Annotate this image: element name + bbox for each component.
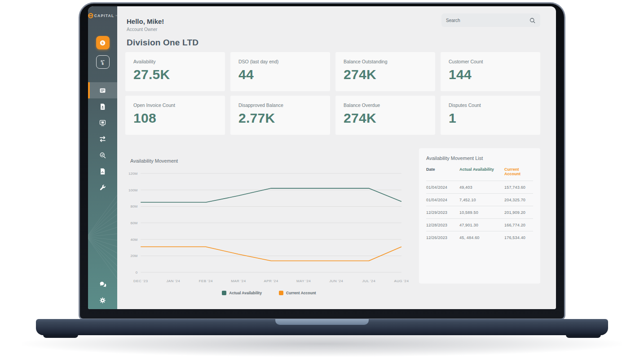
svg-text:JUL '24: JUL '24 <box>362 279 376 283</box>
svg-text:AUG '24: AUG '24 <box>394 279 409 283</box>
document-person-icon <box>98 102 107 111</box>
svg-text:JUN '24: JUN '24 <box>329 279 343 283</box>
user-role: Account Owner <box>127 27 164 32</box>
svg-text:$: $ <box>101 62 104 66</box>
list-cell: 01/04/2024 <box>426 185 459 190</box>
ecapital-logo-icon <box>88 13 93 18</box>
stat-card: Customer Count144 <box>441 52 540 91</box>
svg-text:20M: 20M <box>131 254 138 258</box>
stat-card: DSO (last day end)44 <box>230 52 330 91</box>
svg-text:100M: 100M <box>128 188 137 192</box>
svg-text:APR '24: APR '24 <box>264 279 278 283</box>
svg-text:MAY '24: MAY '24 <box>296 279 311 283</box>
fan-lines-decoration <box>88 191 117 287</box>
list-row: 01/04/202449,403157,743.60 <box>426 181 533 193</box>
list-icon <box>98 86 107 95</box>
greeting-block: Hello, Mike! Account Owner <box>127 18 164 32</box>
stat-label: Customer Count <box>449 59 532 64</box>
stats-grid: Availability27.5KDSO (last day end)44Bal… <box>125 52 540 135</box>
swap-arrows-icon <box>98 135 107 143</box>
svg-text:120M: 120M <box>128 172 137 176</box>
legend-label: Actual Availability <box>229 291 262 295</box>
svg-text:FEB '24: FEB '24 <box>199 279 213 283</box>
list-cell: 47,901.30 <box>459 223 504 227</box>
availability-movement-chart: Availability Movement 120M100M80M60M40M2… <box>125 148 413 295</box>
laptop-base <box>36 319 608 335</box>
sidebar-item-audit[interactable] <box>88 147 117 163</box>
svg-text:40M: 40M <box>131 238 138 242</box>
chart-legend: Actual AvailabilityCurrent Account <box>125 291 413 295</box>
svg-text:JAN '24: JAN '24 <box>166 279 180 283</box>
list-cell: 204,325.70 <box>504 198 533 202</box>
list-cell: 12/28/2023 <box>426 223 459 227</box>
list-cell: 01/04/2024 <box>426 198 459 202</box>
stat-label: Open Invoice Count <box>133 102 217 108</box>
list-title: Availability Movement List <box>426 155 533 161</box>
column-header-current-account: Current Account <box>504 167 533 176</box>
gear-icon <box>98 296 107 305</box>
stat-label: Availability <box>133 59 217 64</box>
stat-card: Availability27.5K <box>125 52 225 91</box>
sidebar-item-invoices[interactable]: $ <box>96 55 110 69</box>
sidebar-nav: $$ <box>88 36 117 195</box>
stat-value: 44 <box>238 67 322 82</box>
dashboard-screen: CAPITAL ™ $$ Hello, Mike! Account Owner <box>88 6 556 309</box>
stat-card: Balance Overdue274K <box>335 96 435 135</box>
stat-value: 2.77K <box>238 111 322 126</box>
invoice-icon: $ <box>98 58 107 66</box>
sidebar-item-transfers[interactable] <box>88 131 117 147</box>
topbar: Hello, Mike! Account Owner <box>125 13 540 32</box>
logo-trademark: ™ <box>115 14 117 17</box>
sidebar-item-summary[interactable] <box>88 82 117 98</box>
stat-value: 108 <box>133 111 217 126</box>
list-cell: 45, 484.60 <box>459 235 504 240</box>
svg-text:80M: 80M <box>131 204 138 208</box>
sidebar-item-tools[interactable] <box>88 179 117 195</box>
stat-value: 27.5K <box>133 67 217 82</box>
list-cell: 176,534.40 <box>504 235 533 240</box>
chart-plot-area: 120M100M80M60M40M20M0DEC '23JAN '24FEB '… <box>125 166 413 285</box>
card-reader-icon <box>98 119 107 127</box>
dollar-coin-icon: $ <box>98 39 107 47</box>
sidebar-item-support-chat[interactable] <box>88 276 117 292</box>
sidebar-item-funding[interactable]: $ <box>96 36 110 49</box>
search-box[interactable] <box>441 13 540 27</box>
list-cell: 157,743.60 <box>504 185 533 190</box>
sidebar: CAPITAL ™ $$ <box>88 6 117 309</box>
search-icon[interactable] <box>529 17 536 24</box>
page: CAPITAL ™ $$ Hello, Mike! Account Owner <box>0 0 644 359</box>
sidebar-item-reports[interactable] <box>88 98 117 115</box>
legend-item[interactable]: Actual Availability <box>222 291 262 295</box>
stat-card: Disputes Count1 <box>441 96 540 135</box>
stat-card: Open Invoice Count108 <box>125 96 225 135</box>
list-cell: 7,452.10 <box>459 198 504 202</box>
list-cell: 166,774.20 <box>504 223 533 227</box>
app-logo[interactable]: CAPITAL ™ <box>88 13 117 18</box>
logo-text: CAPITAL <box>94 13 115 18</box>
legend-item[interactable]: Current Account <box>279 291 316 295</box>
wrench-icon <box>98 183 107 192</box>
sidebar-item-settings[interactable] <box>88 292 117 308</box>
list-cell: 49,403 <box>459 185 504 190</box>
svg-text:DEC '23: DEC '23 <box>133 279 148 283</box>
svg-text:$: $ <box>101 41 104 45</box>
bottom-row: Availability Movement 120M100M80M60M40M2… <box>125 148 540 295</box>
sidebar-item-payments[interactable] <box>88 115 117 131</box>
list-row: 01/04/20247,452.10204,325.70 <box>426 193 533 206</box>
main-content: Hello, Mike! Account Owner Division One … <box>117 6 556 309</box>
greeting-text: Hello, Mike! <box>127 18 164 25</box>
laptop-base-notch <box>275 319 369 325</box>
line-chart: 120M100M80M60M40M20M0DEC '23JAN '24FEB '… <box>125 166 413 285</box>
list-row: 12/28/202347,901.30166,774.20 <box>426 218 533 231</box>
stat-card: Disapproved Balance2.77K <box>230 96 330 135</box>
stat-value: 274K <box>344 67 427 82</box>
list-cell: 12/26/2023 <box>426 235 459 240</box>
page-title: Division One LTD <box>127 38 540 48</box>
column-header-actual-availability: Actual Availability <box>459 167 504 176</box>
list-header-row: Date Actual Availability Current Account <box>426 167 533 181</box>
sidebar-item-statements[interactable] <box>88 163 117 179</box>
legend-swatch-icon <box>222 291 226 295</box>
search-check-icon <box>98 151 107 160</box>
search-input[interactable] <box>446 18 529 23</box>
legend-swatch-icon <box>279 291 283 295</box>
